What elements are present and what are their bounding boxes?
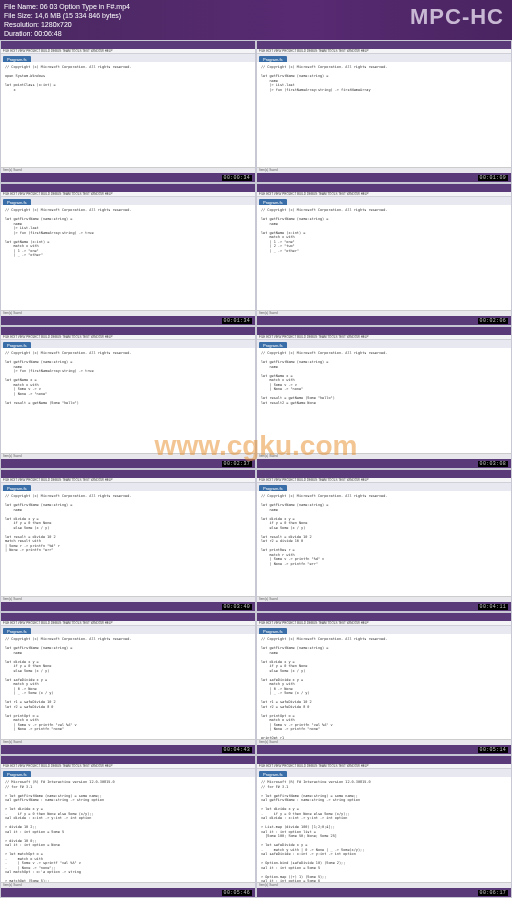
thumbnail-grid: FILE EDIT VIEW PROJECT BUILD DEBUG TEAM … [0,40,512,898]
thumbnail[interactable]: FILE EDIT VIEW PROJECT BUILD DEBUG TEAM … [256,326,512,469]
seek-bar: 00:01:34 [1,316,255,325]
tab-strip: Program.fs [257,340,511,348]
code-editor: // Microsoft (R) F# Interactive version … [1,777,255,882]
thumbnail[interactable]: FILE EDIT VIEW PROJECT BUILD DEBUG TEAM … [256,469,512,612]
timestamp-label: 00:04:43 [222,747,252,753]
thumbnail[interactable]: FILE EDIT VIEW PROJECT BUILD DEBUG TEAM … [0,40,256,183]
file-info-block: File Name: 06 03 Option Type in F#.mp4 F… [4,2,130,38]
seek-bar: 00:05:46 [1,888,255,897]
resolution-line: Resolution: 1280x720 [4,20,130,29]
code-editor: // Copyright (c) Microsoft Corporation. … [1,348,255,453]
seek-bar: 00:03:40 [1,602,255,611]
tab-strip: Program.fs [257,483,511,491]
timestamp-label: 00:03:40 [222,604,252,610]
tab-strip: Program.fs [1,626,255,634]
file-name-line: File Name: 06 03 Option Type in F#.mp4 [4,2,130,11]
seek-bar: 00:03:08 [257,459,511,468]
thumbnail[interactable]: FILE EDIT VIEW PROJECT BUILD DEBUG TEAM … [256,612,512,755]
code-editor: // Copyright (c) Microsoft Corporation. … [1,205,255,310]
seek-bar: 00:04:11 [257,602,511,611]
window-titlebar [257,184,511,192]
file-size-line: File Size: 14,6 MB (15 334 846 bytes) [4,11,130,20]
duration-line: Duration: 00:06:48 [4,29,130,38]
thumbnail[interactable]: FILE EDIT VIEW PROJECT BUILD DEBUG TEAM … [0,755,256,898]
thumbnail[interactable]: FILE EDIT VIEW PROJECT BUILD DEBUG TEAM … [0,612,256,755]
seek-bar: 00:05:14 [257,745,511,754]
code-editor: // Copyright (c) Microsoft Corporation. … [257,634,511,739]
window-titlebar [1,756,255,764]
thumbnail[interactable]: FILE EDIT VIEW PROJECT BUILD DEBUG TEAM … [256,183,512,326]
seek-bar: 00:02:06 [257,316,511,325]
code-editor: // Copyright (c) Microsoft Corporation. … [257,491,511,596]
thumbnail[interactable]: FILE EDIT VIEW PROJECT BUILD DEBUG TEAM … [256,40,512,183]
thumbnail[interactable]: FILE EDIT VIEW PROJECT BUILD DEBUG TEAM … [0,183,256,326]
window-titlebar [1,184,255,192]
thumbnail[interactable]: FILE EDIT VIEW PROJECT BUILD DEBUG TEAM … [0,469,256,612]
tab-strip: Program.fs [1,340,255,348]
seek-bar: 00:06:17 [257,888,511,897]
code-editor: // Copyright (c) Microsoft Corporation. … [257,62,511,167]
tab-strip: Program.fs [1,54,255,62]
seek-bar: 00:02:37 [1,459,255,468]
seek-bar: 00:00:34 [1,173,255,182]
tab-strip: Program.fs [1,769,255,777]
window-titlebar [257,470,511,478]
window-titlebar [257,41,511,49]
window-titlebar [257,613,511,621]
timestamp-label: 00:01:09 [478,175,508,181]
timestamp-label: 00:05:46 [222,890,252,896]
timestamp-label: 00:05:14 [478,747,508,753]
seek-bar: 00:01:09 [257,173,511,182]
player-header: File Name: 06 03 Option Type in F#.mp4 F… [0,0,512,40]
tab-strip: Program.fs [257,769,511,777]
app-brand: MPC-HC [410,4,504,30]
code-editor: // Copyright (c) Microsoft Corporation. … [1,634,255,739]
timestamp-label: 00:06:17 [478,890,508,896]
timestamp-label: 00:00:34 [222,175,252,181]
tab-strip: Program.fs [257,197,511,205]
tab-strip: Program.fs [1,483,255,491]
timestamp-label: 00:01:34 [222,318,252,324]
tab-strip: Program.fs [1,197,255,205]
timestamp-label: 00:04:11 [478,604,508,610]
window-titlebar [1,41,255,49]
code-editor: // Copyright (c) Microsoft Corporation. … [257,205,511,310]
tab-strip: Program.fs [257,626,511,634]
window-titlebar [1,327,255,335]
window-titlebar [1,470,255,478]
window-titlebar [1,613,255,621]
timestamp-label: 00:02:37 [222,461,252,467]
code-editor: // Copyright (c) Microsoft Corporation. … [1,62,255,167]
timestamp-label: 00:03:08 [478,461,508,467]
window-titlebar [257,756,511,764]
thumbnail[interactable]: FILE EDIT VIEW PROJECT BUILD DEBUG TEAM … [256,755,512,898]
code-editor: // Copyright (c) Microsoft Corporation. … [1,491,255,596]
seek-bar: 00:04:43 [1,745,255,754]
tab-strip: Program.fs [257,54,511,62]
code-editor: // Copyright (c) Microsoft Corporation. … [257,348,511,453]
timestamp-label: 00:02:06 [478,318,508,324]
thumbnail[interactable]: FILE EDIT VIEW PROJECT BUILD DEBUG TEAM … [0,326,256,469]
code-editor: // Microsoft (R) F# Interactive version … [257,777,511,882]
window-titlebar [257,327,511,335]
